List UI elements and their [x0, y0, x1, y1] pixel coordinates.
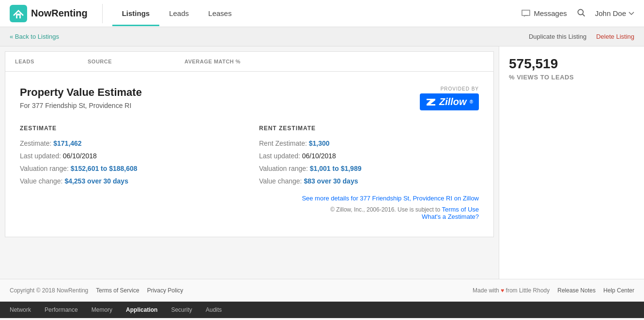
views-to-leads-label: % VIEWS TO LEADS [509, 74, 634, 81]
zestimate-change-value: $4,253 over 30 days [64, 177, 128, 185]
rent-zestimate-title: RENT ZESTIMATE [259, 125, 479, 132]
user-name: John Doe [595, 9, 626, 17]
right-sidebar: 575,519 % VIEWS TO LEADS [499, 46, 644, 279]
property-title: Property Value Estimate [20, 86, 142, 99]
from-text: from Little Rhody [506, 287, 550, 294]
svg-point-3 [578, 10, 583, 15]
property-address: For 377 Friendship St, Providence RI [20, 102, 142, 109]
zillow-details-link[interactable]: See more details for 377 Friendship St, … [259, 195, 479, 202]
nav-leads[interactable]: Leads [159, 0, 199, 26]
logo-icon [10, 5, 27, 22]
footer-copyright: Copyright © 2018 NowRenting [10, 287, 88, 294]
leads-table-header: LEADS SOURCE AVERAGE MATCH % [5, 51, 494, 71]
property-value-card: Property Value Estimate For 377 Friendsh… [5, 71, 494, 237]
logo-area: NowRenting [10, 5, 88, 22]
zestimate-updated-value: 06/10/2018 [63, 152, 97, 160]
nav-leases[interactable]: Leases [199, 0, 241, 26]
dev-tab-memory[interactable]: Memory [90, 305, 114, 314]
zillow-z-icon [426, 97, 436, 107]
user-menu[interactable]: John Doe [595, 9, 634, 17]
terms-of-use-link[interactable]: Terms of Use [442, 206, 479, 213]
rent-range-label: Valuation range: [259, 165, 308, 172]
footer: Copyright © 2018 NowRenting Terms of Ser… [0, 279, 644, 302]
dev-tab-security[interactable]: Security [169, 305, 194, 314]
message-icon [521, 9, 531, 18]
views-number: 575,519 [509, 56, 634, 72]
zillow-badge: PROVIDED BY Zillow® [420, 86, 479, 110]
zestimate-value: $171,462 [53, 139, 81, 147]
zestimate-range-row: Valuation range: $152,601 to $188,608 [20, 165, 240, 172]
rent-range-row: Valuation range: $1,001 to $1,989 [259, 165, 479, 172]
zestimate-range-value: $152,601 to $188,608 [71, 165, 138, 172]
messages-button[interactable]: Messages [521, 9, 567, 18]
sub-header-actions: Duplicate this Listing Delete Listing [529, 33, 634, 40]
rent-value: $1,300 [309, 139, 330, 147]
sub-header: Back to Listings Duplicate this Listing … [0, 27, 644, 46]
footer-right: Made with ♥ from Little Rhody Release No… [473, 287, 634, 294]
back-to-listings-link[interactable]: Back to Listings [10, 33, 59, 40]
main-header: NowRenting Listings Leads Leases Message… [0, 0, 644, 27]
logo-text: NowRenting [31, 8, 88, 19]
zillow-logo: Zillow® [420, 93, 479, 110]
dev-tab-performance[interactable]: Performance [43, 305, 80, 314]
zestimate-value-row: Zestimate: $171,462 [20, 139, 240, 147]
zillow-name: Zillow [439, 96, 467, 107]
made-with-text: Made with ♥ from Little Rhody [473, 287, 550, 294]
left-content: LEADS SOURCE AVERAGE MATCH % Property Va… [0, 46, 499, 279]
rent-updated-label: Last updated: [259, 152, 300, 160]
search-button[interactable] [577, 8, 585, 18]
release-notes-link[interactable]: Release Notes [557, 287, 596, 294]
zestimate-column: ZESTIMATE Zestimate: $171,462 Last updat… [20, 125, 240, 222]
help-center-link[interactable]: Help Center [603, 287, 634, 294]
zestimate-change-row: Value change: $4,253 over 30 days [20, 177, 240, 185]
whats-zestimate-link[interactable]: What's a Zestimate? [259, 213, 479, 220]
property-info: Property Value Estimate For 377 Friendsh… [20, 86, 142, 109]
nav-separator [102, 4, 103, 23]
rent-change-row: Value change: $83 over 30 days [259, 177, 479, 185]
duplicate-listing-button[interactable]: Duplicate this Listing [529, 33, 586, 40]
rent-updated-value: 06/10/2018 [302, 152, 336, 160]
messages-label: Messages [534, 9, 567, 17]
estimates-grid: ZESTIMATE Zestimate: $171,462 Last updat… [20, 125, 479, 222]
privacy-policy-link[interactable]: Privacy Policy [147, 287, 184, 294]
chevron-down-icon [629, 12, 634, 15]
rent-label: Rent Zestimate: [259, 139, 307, 147]
zillow-links: See more details for 377 Friendship St, … [259, 195, 479, 220]
property-card-header: Property Value Estimate For 377 Friendsh… [20, 86, 479, 110]
zestimate-updated-row: Last updated: 06/10/2018 [20, 152, 240, 160]
dev-tab-application[interactable]: Application [124, 305, 159, 314]
header-right: Messages John Doe [521, 8, 634, 18]
made-with-label: Made with [473, 287, 499, 294]
dev-toolbar: Network Performance Memory Application S… [0, 302, 644, 318]
delete-listing-button[interactable]: Delete Listing [596, 33, 634, 40]
svg-rect-2 [17, 15, 19, 18]
zestimate-label: Zestimate: [20, 139, 51, 147]
zestimate-updated-label: Last updated: [20, 152, 61, 160]
zestimate-title: ZESTIMATE [20, 125, 240, 132]
col-header-leads: LEADS [15, 59, 88, 64]
zestimate-change-label: Value change: [20, 177, 62, 185]
zestimate-range-label: Valuation range: [20, 165, 69, 172]
footer-left: Copyright © 2018 NowRenting Terms of Ser… [10, 287, 183, 294]
rent-zestimate-column: RENT ZESTIMATE Rent Zestimate: $1,300 La… [259, 125, 479, 222]
main-layout: LEADS SOURCE AVERAGE MATCH % Property Va… [0, 46, 644, 279]
copyright-text: © Zillow, Inc., 2006-2016. Use is subjec… [330, 206, 440, 213]
col-header-source: SOURCE [88, 59, 184, 64]
heart-icon: ♥ [501, 287, 506, 294]
search-icon [577, 8, 585, 17]
zillow-copyright: © Zillow, Inc., 2006-2016. Use is subjec… [259, 206, 479, 213]
main-nav: Listings Leads Leases [112, 0, 521, 26]
rent-value-row: Rent Zestimate: $1,300 [259, 139, 479, 147]
rent-change-value: $83 over 30 days [304, 177, 358, 185]
zillow-registered: ® [470, 99, 473, 105]
dev-tab-network[interactable]: Network [8, 305, 33, 314]
dev-tab-audits[interactable]: Audits [204, 305, 224, 314]
rent-updated-row: Last updated: 06/10/2018 [259, 152, 479, 160]
provided-by-label: PROVIDED BY [441, 86, 479, 91]
terms-of-service-link[interactable]: Terms of Service [96, 287, 139, 294]
col-header-match: AVERAGE MATCH % [184, 59, 484, 64]
rent-change-label: Value change: [259, 177, 302, 185]
nav-listings[interactable]: Listings [112, 0, 160, 26]
rent-range-value: $1,001 to $1,989 [310, 165, 362, 172]
